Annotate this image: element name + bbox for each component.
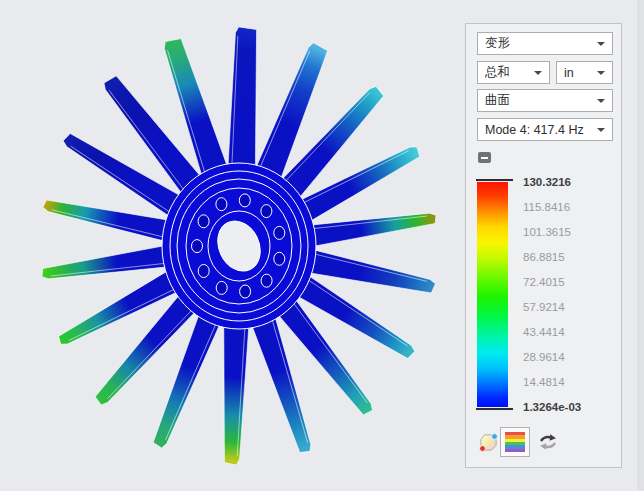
dropdown-arrow-icon [597,99,605,103]
mode-value: Mode 4: 417.4 Hz [485,123,584,137]
legend-value: 57.9214 [523,300,565,314]
display-style-value: 曲面 [485,92,510,109]
legend-value: 72.4015 [523,275,565,289]
color-map-probe-button[interactable] [478,432,499,453]
refresh-icon [537,433,559,451]
color-map-probe-icon [478,432,499,453]
legend-max-line [476,179,513,181]
app-window: 变形 总和 in 曲面 Mode 4: 417.4 Hz 130.3216115… [0,0,644,491]
minus-icon [481,157,488,159]
legend-min-line [476,408,513,410]
legend-value: 43.4414 [523,325,565,339]
results-panel: 变形 总和 in 曲面 Mode 4: 417.4 Hz 130.3216115… [465,23,622,468]
legend-value: 101.3615 [523,225,571,239]
legend-value: 28.9614 [523,350,565,364]
legend-color-bar [477,182,508,407]
component-value: 总和 [485,64,510,81]
dropdown-arrow-icon [597,128,605,132]
legend-value: 130.3216 [523,175,571,189]
legend-value: 115.8416 [523,200,570,214]
mode-dropdown[interactable]: Mode 4: 417.4 Hz [477,118,613,141]
dropdown-arrow-icon [534,71,542,75]
display-style-dropdown[interactable]: 曲面 [477,89,613,112]
legend-value: 14.4814 [523,375,565,389]
unit-dropdown[interactable]: in [556,61,613,84]
legend-value: 86.8815 [523,250,565,264]
rainbow-swatch-icon [505,432,525,452]
dropdown-arrow-icon [597,42,605,46]
legend-value: 1.3264e-03 [523,400,581,414]
component-dropdown[interactable]: 总和 [477,61,550,84]
dropdown-arrow-icon [597,71,605,75]
unit-value: in [564,66,574,80]
result-type-value: 变形 [485,35,510,52]
legend-style-button[interactable] [500,427,530,457]
window-edge-strip [637,0,644,491]
result-type-dropdown[interactable]: 变形 [477,32,613,55]
refresh-legend-button[interactable] [537,433,559,451]
legend-collapse-button[interactable] [478,152,491,163]
